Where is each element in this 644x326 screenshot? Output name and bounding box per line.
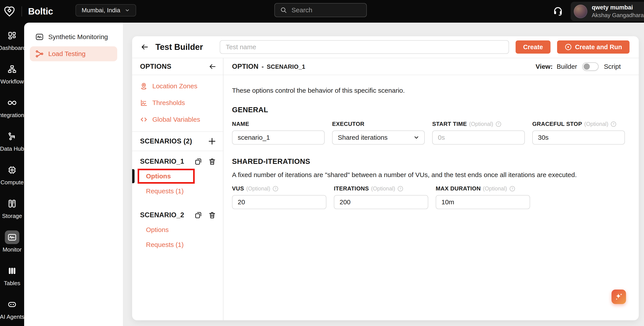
executor-select[interactable]: Shared iterations bbox=[332, 131, 425, 145]
load-testing-icon bbox=[35, 50, 44, 58]
svg-text:?: ? bbox=[498, 122, 499, 126]
link-location-zones[interactable]: Location Zones bbox=[132, 78, 223, 95]
start-time-input[interactable] bbox=[432, 131, 525, 145]
workflow-icon bbox=[5, 62, 19, 76]
brand-name: Boltic bbox=[28, 6, 53, 17]
help-icon[interactable]: ? bbox=[509, 186, 516, 192]
svg-text:?: ? bbox=[512, 187, 513, 190]
help-icon[interactable]: ? bbox=[610, 121, 616, 127]
chevron-down-icon bbox=[125, 8, 130, 13]
sparkle-icon bbox=[614, 292, 623, 301]
scenario-1-options[interactable]: Options bbox=[132, 169, 223, 184]
help-icon[interactable]: ? bbox=[397, 186, 404, 192]
data-hub-icon bbox=[5, 130, 19, 143]
max-duration-input[interactable] bbox=[436, 195, 530, 209]
field-vus: VUS (Optional) ? bbox=[232, 185, 326, 209]
create-and-run-button[interactable]: Create and Run bbox=[557, 41, 630, 54]
dashboard-icon bbox=[5, 29, 19, 42]
toggle-knob bbox=[584, 64, 590, 70]
view-toggle[interactable] bbox=[582, 62, 598, 71]
scenario-2-options[interactable]: Options bbox=[132, 222, 223, 237]
iterations-input[interactable] bbox=[334, 195, 428, 209]
rail-item-integrations[interactable]: Integrations bbox=[0, 96, 24, 119]
rail-item-monitor[interactable]: Monitor bbox=[0, 230, 24, 253]
rail-item-tables[interactable]: Tables bbox=[0, 264, 24, 287]
create-button[interactable]: Create bbox=[516, 41, 550, 54]
app-rail: Dashboard Workflow Integrations Data Hub… bbox=[0, 23, 24, 326]
brand-divider bbox=[22, 6, 22, 17]
scenario-2-name[interactable]: SCENARIO_2 bbox=[140, 211, 194, 219]
monitor-sidebar: Synthetic Monitoring Load Testing bbox=[24, 23, 123, 326]
sidebar-item-load-testing[interactable]: Load Testing bbox=[30, 46, 117, 61]
shared-iterations-title: SHARED-ITERATIONS bbox=[232, 157, 630, 166]
active-item-indicator bbox=[132, 169, 134, 183]
monitor-icon bbox=[5, 230, 19, 244]
field-start-time: START TIME (Optional) ? bbox=[432, 121, 525, 145]
location-label: Mumbai, India bbox=[82, 7, 120, 14]
sidebar-item-synthetic-monitoring[interactable]: Synthetic Monitoring bbox=[30, 31, 117, 43]
code-icon bbox=[140, 116, 148, 123]
search-input[interactable]: Search bbox=[274, 3, 367, 17]
options-panel-title: OPTIONS bbox=[140, 63, 172, 71]
duplicate-scenario-icon[interactable] bbox=[194, 211, 202, 219]
chevron-down-icon bbox=[413, 134, 420, 141]
user-name: qwety mumbai bbox=[592, 4, 644, 11]
rail-item-data-hub[interactable]: Data Hub bbox=[0, 130, 24, 152]
user-menu[interactable]: qwety mumbai Akshay Gangadharan bbox=[571, 2, 644, 21]
view-script-label: Script bbox=[604, 63, 621, 70]
test-builder-header: Test Builder Create Create and Run bbox=[132, 36, 639, 58]
rail-item-workflow[interactable]: Workflow bbox=[0, 62, 24, 85]
scenario-1-requests[interactable]: Requests (1) bbox=[132, 184, 223, 199]
option-detail-panel: OPTION - SCENARIO_1 View: Builder Script… bbox=[224, 58, 639, 320]
search-placeholder: Search bbox=[292, 6, 312, 14]
link-global-variables[interactable]: Global Variables bbox=[132, 111, 223, 128]
view-builder-label: Builder bbox=[557, 63, 577, 70]
link-thresholds[interactable]: Thresholds bbox=[132, 95, 223, 111]
rail-item-ai-agents[interactable]: AI Agents bbox=[0, 298, 24, 320]
scenario-1-name[interactable]: SCENARIO_1 bbox=[140, 158, 194, 165]
svg-text:?: ? bbox=[400, 187, 401, 190]
ai-agents-icon bbox=[5, 298, 19, 311]
back-arrow-icon[interactable] bbox=[140, 43, 149, 51]
delete-scenario-icon[interactable] bbox=[208, 158, 216, 165]
general-section-title: GENERAL bbox=[232, 106, 630, 114]
play-circle-icon bbox=[564, 43, 572, 51]
collapse-panel-arrow-icon[interactable] bbox=[208, 63, 216, 71]
field-name: NAME bbox=[232, 121, 325, 145]
field-max-duration: MAX DURATION (Optional) ? bbox=[436, 185, 530, 209]
avatar bbox=[574, 5, 587, 18]
field-executor: EXECUTOR Shared iterations bbox=[332, 121, 425, 145]
rail-item-dashboard[interactable]: Dashboard bbox=[0, 29, 24, 51]
scenario-options-intro: These options control the behavior of th… bbox=[232, 87, 630, 94]
delete-scenario-icon[interactable] bbox=[208, 211, 216, 219]
duplicate-scenario-icon[interactable] bbox=[194, 158, 202, 165]
svg-text:?: ? bbox=[613, 122, 614, 126]
help-icon[interactable]: ? bbox=[272, 186, 278, 192]
view-label: View: bbox=[536, 63, 553, 70]
svg-text:?: ? bbox=[275, 187, 276, 190]
detail-title: OPTION - SCENARIO_1 bbox=[232, 63, 305, 71]
topbar: Boltic Mumbai, India Search qwety mumbai… bbox=[0, 0, 644, 23]
rail-item-compute[interactable]: Compute bbox=[0, 163, 24, 186]
storage-icon bbox=[5, 197, 19, 210]
vus-input[interactable] bbox=[232, 195, 326, 209]
name-input[interactable] bbox=[232, 131, 325, 145]
boltic-logo-icon bbox=[3, 5, 16, 18]
test-builder-card: Test Builder Create Create and Run OPTIO… bbox=[132, 36, 639, 320]
test-name-input[interactable] bbox=[220, 40, 509, 54]
graceful-stop-input[interactable] bbox=[532, 131, 625, 145]
field-graceful-stop: GRACEFUL STOP (Optional) ? bbox=[532, 121, 625, 145]
integrations-icon bbox=[5, 96, 19, 110]
help-icon[interactable]: ? bbox=[496, 121, 502, 127]
location-selector[interactable]: Mumbai, India bbox=[76, 4, 136, 17]
field-iterations: ITERATIONS (Optional) ? bbox=[334, 185, 428, 209]
scenario-group-2: SCENARIO_2 Options Requests (1) bbox=[132, 205, 223, 252]
location-pin-icon bbox=[140, 82, 148, 90]
scenario-2-requests[interactable]: Requests (1) bbox=[132, 237, 223, 252]
ai-assistant-button[interactable] bbox=[612, 289, 626, 304]
scenarios-title: SCENARIOS (2) bbox=[140, 137, 192, 145]
support-headphones-icon[interactable] bbox=[552, 6, 564, 17]
view-switch: View: Builder Script bbox=[536, 62, 621, 71]
rail-item-storage[interactable]: Storage bbox=[0, 197, 24, 219]
add-scenario-plus-icon[interactable] bbox=[208, 137, 216, 146]
